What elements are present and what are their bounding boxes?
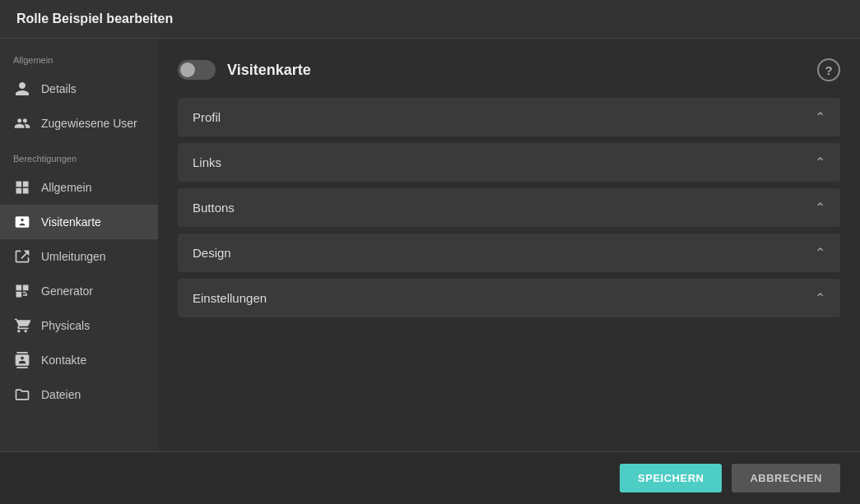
content-area: Visitenkarte ? Profil ⌃ Links ⌃ Button <box>158 39 860 451</box>
cancel-button[interactable]: ABBRECHEN <box>732 464 840 492</box>
content-header: Visitenkarte ? <box>178 58 840 81</box>
chevron-down-icon-buttons: ⌃ <box>815 200 825 215</box>
sidebar-item-generator[interactable]: Generator <box>0 274 158 308</box>
sidebar-item-label-dateien: Dateien <box>41 388 81 401</box>
physicals-icon <box>13 317 31 335</box>
sidebar-item-physicals[interactable]: Physicals <box>0 308 158 343</box>
accordion-item-design: Design ⌃ <box>178 234 840 272</box>
accordion-list: Profil ⌃ Links ⌃ Buttons ⌃ Design <box>178 98 840 317</box>
chevron-down-icon-design: ⌃ <box>815 245 825 261</box>
accordion-item-links: Links ⌃ <box>178 143 840 182</box>
accordion-header-einstellungen[interactable]: Einstellungen ⌃ <box>178 279 840 317</box>
sidebar-item-umleitungen[interactable]: Umleitungen <box>0 239 158 274</box>
accordion-header-design[interactable]: Design ⌃ <box>178 234 840 272</box>
sidebar-item-label-physicals: Physicals <box>41 319 90 332</box>
sidebar-section-allgemein: Allgemein <box>0 52 158 72</box>
accordion-label-buttons: Buttons <box>193 201 235 215</box>
redirect-icon <box>13 247 31 266</box>
sidebar-item-label-kontakte: Kontakte <box>41 354 86 367</box>
files-icon <box>13 386 31 404</box>
sidebar-item-label-allgemein: Allgemein <box>41 181 91 194</box>
sidebar-item-label-assigned-users: Zugewiesene User <box>41 117 137 130</box>
sidebar-item-visitenkarte[interactable]: Visitenkarte <box>0 205 158 239</box>
footer: SPEICHERN ABBRECHEN <box>0 451 860 504</box>
save-button[interactable]: SPEICHERN <box>620 464 722 492</box>
generator-icon <box>13 282 31 300</box>
page-title: Rolle Beispiel bearbeiten <box>0 0 860 39</box>
contacts-icon <box>13 351 31 369</box>
accordion-header-profil[interactable]: Profil ⌃ <box>178 98 840 136</box>
content-title: Visitenkarte <box>227 62 311 79</box>
accordion-item-buttons: Buttons ⌃ <box>178 188 840 227</box>
toggle-knob <box>180 62 195 77</box>
sidebar-section-berechtigungen: Berechtigungen <box>0 150 158 170</box>
chevron-down-icon-einstellungen: ⌃ <box>815 290 825 306</box>
accordion-label-einstellungen: Einstellungen <box>193 291 267 305</box>
sidebar-item-assigned-users[interactable]: Zugewiesene User <box>0 106 158 141</box>
accordion-item-einstellungen: Einstellungen ⌃ <box>178 279 840 317</box>
grid-icon <box>13 178 31 197</box>
accordion-label-links: Links <box>193 155 221 169</box>
sidebar-item-label-details: Details <box>41 82 77 95</box>
visitenkarte-toggle[interactable] <box>178 60 216 80</box>
sidebar-item-label-generator: Generator <box>41 284 93 298</box>
chevron-down-icon-profil: ⌃ <box>815 109 825 125</box>
sidebar-item-kontakte[interactable]: Kontakte <box>0 343 158 377</box>
accordion-header-links[interactable]: Links ⌃ <box>178 143 840 182</box>
sidebar-item-dateien[interactable]: Dateien <box>0 377 158 412</box>
main-layout: Allgemein Details Zugewiesene User Berec… <box>0 39 860 451</box>
sidebar-item-allgemein[interactable]: Allgemein <box>0 170 158 205</box>
sidebar-item-label-umleitungen: Umleitungen <box>41 250 106 263</box>
accordion-label-design: Design <box>193 246 231 260</box>
content-header-left: Visitenkarte <box>178 60 311 80</box>
accordion-label-profil: Profil <box>193 110 221 124</box>
sidebar: Allgemein Details Zugewiesene User Berec… <box>0 39 158 451</box>
sidebar-item-details[interactable]: Details <box>0 72 158 106</box>
help-button[interactable]: ? <box>817 58 840 81</box>
toggle-track <box>178 60 216 80</box>
group-icon <box>13 114 31 132</box>
person-icon <box>13 80 31 98</box>
card-icon <box>13 213 31 231</box>
chevron-down-icon-links: ⌃ <box>815 155 825 170</box>
accordion-item-profil: Profil ⌃ <box>178 98 840 136</box>
sidebar-item-label-visitenkarte: Visitenkarte <box>41 215 101 229</box>
accordion-header-buttons[interactable]: Buttons ⌃ <box>178 188 840 227</box>
